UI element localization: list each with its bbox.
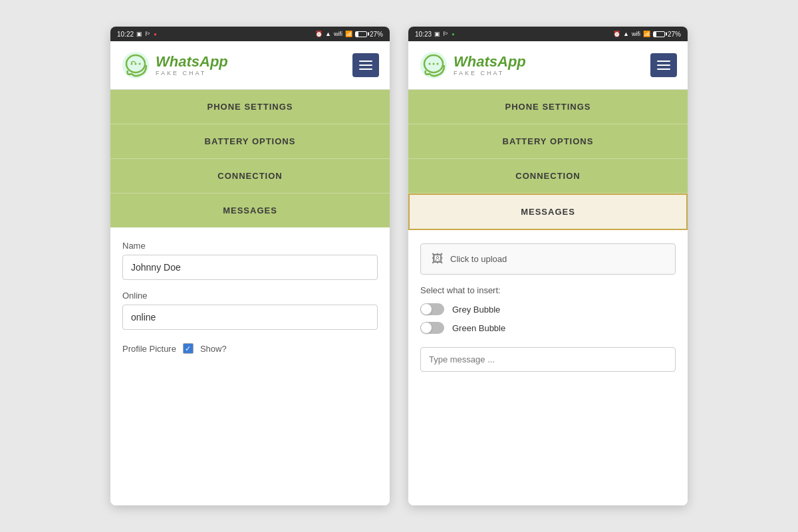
type-message-input[interactable]	[420, 347, 676, 372]
green-bubble-row: Green Bubble	[420, 322, 676, 334]
show-checkbox[interactable]	[183, 343, 194, 354]
toggle-knob-grey	[421, 304, 432, 315]
logo-whatsapp-text: WhatsApp	[156, 54, 228, 70]
time-right: 10:23	[415, 31, 432, 38]
phone-left: 10:22 ▣ 🏳 ● ⏰ ▲ wifi 📶 27%	[110, 27, 390, 505]
menu-line-1	[359, 61, 372, 62]
logo-fakechat-text-right: FAKE CHAT	[454, 70, 526, 76]
battery-pct-left: 27%	[370, 31, 383, 38]
dot-icon: ●	[154, 31, 157, 37]
menu-panel-left: PHONE SETTINGS BATTERY OPTIONS CONNECTIO…	[110, 90, 390, 227]
menu-item-messages-right[interactable]: MESSAGES	[408, 194, 688, 230]
upload-icon: 🖼	[432, 252, 444, 266]
menu-item-battery-options-right[interactable]: BATTERY OPTIONS	[408, 124, 688, 159]
sim-icon-right: ▣	[434, 31, 440, 37]
menu-line-r3	[657, 68, 670, 70]
show-label: Show?	[200, 344, 227, 354]
antenna-icon: 📶	[345, 31, 352, 37]
status-bar-right: 10:23 ▣ 🏳 ● ⏰ ▲ wifi 📶 27%	[408, 27, 688, 41]
svg-point-8	[433, 63, 435, 65]
svg-point-2	[131, 63, 133, 65]
svg-point-7	[429, 63, 431, 65]
green-bubble-toggle[interactable]	[420, 322, 444, 334]
content-area-left: Name Online Profile Picture Show?	[110, 227, 390, 505]
dot-icon-right: ●	[452, 31, 455, 37]
app-header-right: WhatsApp FAKE CHAT	[408, 41, 688, 90]
menu-item-phone-settings-left[interactable]: PHONE SETTINGS	[110, 90, 390, 124]
menu-line-2	[359, 65, 372, 66]
select-what-label: Select what to insert:	[420, 285, 676, 295]
flag-icon-right: 🏳	[443, 31, 449, 37]
battery-bar-right	[653, 31, 665, 37]
alarm-icon: ⏰	[315, 31, 323, 37]
grey-bubble-label: Grey Bubble	[452, 305, 500, 315]
signal-icon-right: ▲	[623, 31, 629, 37]
profile-picture-label: Profile Picture	[122, 344, 176, 354]
profile-picture-row: Profile Picture Show?	[122, 343, 378, 354]
menu-item-phone-settings-right[interactable]: PHONE SETTINGS	[408, 90, 688, 124]
menu-panel-right: PHONE SETTINGS BATTERY OPTIONS CONNECTIO…	[408, 90, 688, 230]
content-area-right: 🖼 Click to upload Select what to insert:…	[408, 230, 688, 505]
whatsapp-logo-icon	[121, 51, 150, 80]
menu-line-r1	[657, 61, 670, 62]
menu-item-connection-right[interactable]: CONNECTION	[408, 159, 688, 194]
toggle-knob-green	[421, 323, 432, 333]
battery-pct-right: 27%	[668, 31, 681, 38]
app-header-left: WhatsApp FAKE CHAT	[110, 41, 390, 90]
grey-bubble-toggle[interactable]	[420, 303, 444, 315]
time-left: 10:22	[117, 31, 134, 38]
menu-item-messages-left[interactable]: MESSAGES	[110, 194, 390, 227]
logo-text-left: WhatsApp FAKE CHAT	[156, 54, 228, 76]
sim-icon: ▣	[136, 31, 142, 37]
menu-button-right[interactable]	[650, 53, 677, 77]
upload-label: Click to upload	[450, 254, 507, 264]
battery-bar-left	[355, 31, 367, 37]
flag-icon: 🏳	[145, 31, 151, 37]
menu-item-battery-options-left[interactable]: BATTERY OPTIONS	[110, 124, 390, 159]
logo-fakechat-text: FAKE CHAT	[156, 70, 228, 76]
svg-point-3	[135, 63, 137, 65]
menu-line-r2	[657, 65, 670, 66]
svg-point-4	[139, 63, 141, 65]
green-bubble-label: Green Bubble	[452, 323, 505, 333]
wifi-icon-right: wifi	[632, 31, 640, 37]
logo-area-left: WhatsApp FAKE CHAT	[121, 51, 228, 80]
antenna-icon-right: 📶	[643, 31, 650, 37]
status-bar-left: 10:22 ▣ 🏳 ● ⏰ ▲ wifi 📶 27%	[110, 27, 390, 41]
menu-button-left[interactable]	[352, 53, 379, 77]
menu-item-connection-left[interactable]: CONNECTION	[110, 159, 390, 194]
phone-right: 10:23 ▣ 🏳 ● ⏰ ▲ wifi 📶 27%	[408, 27, 688, 505]
menu-line-3	[359, 68, 372, 70]
logo-area-right: WhatsApp FAKE CHAT	[419, 51, 526, 80]
logo-whatsapp-text-right: WhatsApp	[454, 54, 526, 70]
online-label: Online	[122, 291, 378, 301]
name-label: Name	[122, 241, 378, 251]
wifi-icon: wifi	[334, 31, 342, 37]
alarm-icon-right: ⏰	[613, 31, 620, 37]
whatsapp-logo-icon-right	[419, 51, 448, 80]
upload-button[interactable]: 🖼 Click to upload	[420, 243, 676, 275]
logo-text-right: WhatsApp FAKE CHAT	[454, 54, 526, 76]
grey-bubble-row: Grey Bubble	[420, 303, 676, 315]
name-input[interactable]	[122, 255, 378, 280]
online-input[interactable]	[122, 305, 378, 330]
svg-point-9	[437, 63, 439, 65]
signal-icon: ▲	[325, 31, 331, 37]
